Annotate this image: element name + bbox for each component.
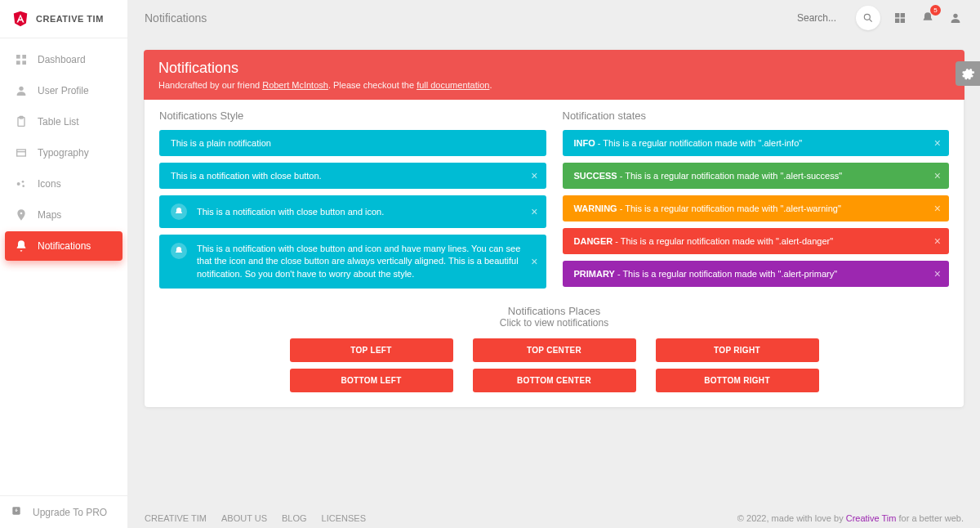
download-icon (10, 504, 23, 520)
svg-rect-1 (22, 55, 26, 59)
brand-logo[interactable]: CREATIVE TIM (0, 0, 127, 38)
sidebar: CREATIVE TIM Dashboard User Profile Tabl… (0, 0, 128, 528)
notifications-button[interactable]: 5 (920, 10, 936, 26)
sidebar-item-table-list[interactable]: Table List (5, 107, 122, 136)
upgrade-label: Upgrade To PRO (33, 507, 107, 518)
clipboard-icon (15, 115, 28, 128)
upgrade-link[interactable]: Upgrade To PRO (0, 495, 127, 528)
sidebar-item-typography[interactable]: Typography (5, 138, 122, 168)
place-button-top-center[interactable]: TOP CENTER (473, 338, 636, 362)
docs-link[interactable]: full documentation (416, 80, 489, 90)
place-button-bottom-right[interactable]: BOTTOM RIGHT (656, 369, 819, 392)
footer-links: CREATIVE TIMABOUT USBLOGLICENSES (145, 513, 366, 523)
svg-rect-0 (16, 55, 20, 59)
page-title: Notifications (145, 11, 207, 25)
sidebar-item-dashboard[interactable]: Dashboard (5, 45, 122, 74)
search-wrap (791, 6, 880, 30)
footer-link-licenses[interactable]: LICENSES (322, 513, 366, 523)
person-icon (949, 11, 962, 25)
alert-info: INFO - This is a regular notification ma… (563, 130, 950, 156)
svg-rect-16 (901, 13, 905, 17)
close-icon[interactable]: × (934, 169, 941, 182)
account-button[interactable] (947, 10, 964, 26)
close-icon[interactable]: × (934, 235, 941, 248)
close-icon[interactable]: × (531, 255, 537, 268)
close-icon[interactable]: × (934, 136, 941, 150)
sidebar-item-label: Typography (38, 147, 89, 159)
brand-name: CREATIVE TIM (36, 14, 104, 24)
alert-success: SUCCESS - This is a regular notification… (563, 163, 950, 189)
search-button[interactable] (856, 6, 880, 30)
svg-rect-7 (17, 150, 26, 156)
search-input[interactable] (791, 7, 856, 29)
sidebar-item-icons[interactable]: Icons (5, 169, 122, 199)
bell-icon (171, 204, 187, 220)
location-icon (15, 208, 28, 221)
notifications-card: Notifications Handcrafted by our friend … (145, 50, 964, 407)
svg-rect-17 (895, 19, 899, 23)
sidebar-item-label: Icons (38, 178, 61, 190)
alert-with-close: This is a notification with close button… (159, 163, 546, 189)
svg-point-9 (17, 182, 20, 186)
svg-rect-3 (22, 60, 26, 65)
sidebar-item-label: Dashboard (38, 54, 86, 65)
close-icon[interactable]: × (531, 169, 537, 182)
sidebar-item-user-profile[interactable]: User Profile (5, 76, 122, 105)
place-button-top-right[interactable]: TOP RIGHT (656, 338, 819, 362)
svg-point-13 (864, 14, 870, 20)
search-icon (862, 12, 874, 24)
states-heading: Notification states (563, 110, 950, 122)
sidebar-item-label: User Profile (38, 85, 89, 96)
svg-point-11 (22, 185, 24, 187)
notification-badge: 5 (930, 5, 941, 16)
places-subtitle: Click to view notifications (159, 317, 949, 329)
places-section: Notifications Places Click to view notif… (159, 305, 949, 392)
settings-button[interactable] (956, 61, 980, 86)
sidebar-item-maps[interactable]: Maps (5, 200, 122, 230)
svg-point-19 (953, 14, 957, 18)
footer-link-blog[interactable]: BLOG (282, 513, 307, 523)
card-subtitle: Handcrafted by our friend Robert McIntos… (158, 80, 950, 90)
place-button-top-left[interactable]: TOP LEFT (290, 338, 453, 362)
sidebar-item-label: Table List (38, 116, 79, 128)
grid-icon (893, 11, 906, 25)
svg-rect-15 (895, 13, 899, 17)
sidebar-item-notifications[interactable]: Notifications (5, 231, 122, 261)
main-content: Notifications 5 Notification (128, 0, 980, 528)
creative-tim-link[interactable]: Creative Tim (846, 513, 897, 523)
styles-column: Notifications Style This is a plain noti… (159, 110, 546, 295)
states-column: Notification states INFO - This is a reg… (563, 110, 950, 295)
close-icon[interactable]: × (934, 267, 941, 280)
footer: CREATIVE TIMABOUT USBLOGLICENSES © 2022,… (128, 508, 980, 528)
bell-icon (15, 239, 28, 253)
svg-point-10 (22, 181, 24, 183)
alert-with-icon: This is a notification with close button… (159, 195, 546, 228)
dashboard-button[interactable] (892, 10, 908, 26)
svg-point-4 (19, 87, 23, 91)
footer-link-about-us[interactable]: ABOUT US (221, 513, 267, 523)
close-icon[interactable]: × (531, 205, 537, 218)
sidebar-item-label: Maps (38, 209, 61, 221)
person-icon (15, 84, 28, 97)
card-header: Notifications Handcrafted by our friend … (144, 50, 964, 100)
alert-danger: DANGER - This is a regular notification … (563, 228, 950, 254)
card-title: Notifications (158, 60, 950, 77)
svg-rect-18 (901, 19, 905, 23)
topbar: Notifications 5 (128, 0, 980, 36)
alert-multiline: This is a notification with close button… (159, 235, 546, 289)
close-icon[interactable]: × (934, 202, 941, 215)
svg-line-14 (870, 20, 872, 22)
styles-heading: Notifications Style (159, 110, 546, 122)
places-title: Notifications Places (159, 305, 949, 317)
bell-icon (171, 243, 187, 259)
library-icon (15, 146, 28, 159)
place-button-bottom-left[interactable]: BOTTOM LEFT (290, 369, 453, 392)
angular-shield-icon (11, 10, 29, 28)
dashboard-icon (15, 53, 28, 66)
author-link[interactable]: Robert McIntosh (262, 80, 328, 90)
alert-plain: This is a plain notification (159, 130, 546, 156)
footer-copyright: © 2022, made with love by Creative Tim f… (737, 513, 964, 523)
gear-icon (960, 66, 975, 81)
place-button-bottom-center[interactable]: BOTTOM CENTER (473, 369, 636, 392)
footer-link-creative-tim[interactable]: CREATIVE TIM (145, 513, 207, 523)
